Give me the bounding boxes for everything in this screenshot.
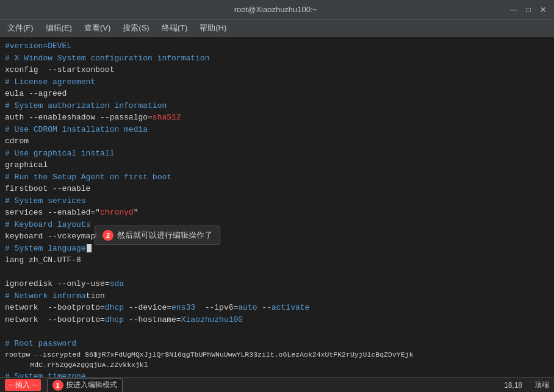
line-23: network --bootproto=dhcp --device=ens33 …: [5, 302, 549, 314]
line-16: # Keyboard layouts: [5, 219, 549, 231]
line-15: services --enabled="chronyd": [5, 207, 549, 219]
line-11: graphical: [5, 159, 549, 171]
scroll-position: 顶端: [534, 380, 549, 390]
hint-1-container: 1 按进入编辑模式: [47, 378, 123, 393]
status-right: 18,18 顶端: [504, 380, 549, 390]
menu-help[interactable]: 帮助(H): [195, 21, 231, 35]
line-28: # System timezone: [5, 371, 549, 378]
line-18: # System language: [5, 243, 549, 255]
line-20: [5, 266, 549, 279]
line-12: # Run the Setup Agent on first boot: [5, 171, 549, 184]
line-17: keyboard --vckeymap=cn --xlayouts='cn': [5, 230, 549, 243]
line-21: ignoredisk --only-use=sda: [5, 278, 549, 290]
minimize-button[interactable]: —: [509, 5, 519, 15]
title-bar: root@Xiaozhuzhu100:~ — □ ✕: [0, 0, 554, 20]
line-8: # Use CDROM installation media: [5, 124, 549, 136]
insert-mode-badge: -- 插入 --: [5, 379, 41, 391]
close-button[interactable]: ✕: [538, 5, 548, 15]
terminal-area[interactable]: #version=DEVEL # X Window System configu…: [0, 37, 554, 392]
maximize-button[interactable]: □: [523, 5, 533, 15]
line-24: network --bootproto=dhcp --hostname=Xiao…: [5, 314, 549, 326]
window-title: root@Xiaozhuzhu100:~: [43, 5, 509, 14]
code-content: #version=DEVEL # X Window System configu…: [0, 37, 554, 377]
menu-edit[interactable]: 编辑(E): [41, 21, 77, 35]
menu-search[interactable]: 搜索(S): [118, 21, 154, 35]
status-left: -- 插入 -- 1 按进入编辑模式: [5, 378, 123, 393]
line-14: # System services: [5, 195, 549, 207]
line-5: eula --agreed: [5, 88, 549, 100]
status-bar: -- 插入 -- 1 按进入编辑模式 18,18 顶端: [0, 377, 554, 392]
window-controls: — □ ✕: [509, 5, 548, 15]
hint-text-1: 按进入编辑模式: [66, 380, 117, 390]
line-7: auth --enableshadow --passalgo=sha512: [5, 112, 549, 124]
line-2: # X Window System configuration informat…: [5, 52, 549, 65]
line-9: cdrom: [5, 135, 549, 148]
hint-number-1: 1: [52, 380, 63, 391]
menu-file[interactable]: 文件(F): [2, 21, 38, 35]
line-22: # Network information: [5, 290, 549, 302]
line-4: # License agreement: [5, 76, 549, 88]
menu-view[interactable]: 查看(V): [79, 21, 115, 35]
line-10: # Use graphical install: [5, 148, 549, 160]
menu-terminal[interactable]: 终端(T): [157, 21, 193, 35]
line-3: xconfig --startxonboot: [5, 64, 549, 76]
menu-bar: 文件(F) 编辑(E) 查看(V) 搜索(S) 终端(T) 帮助(H): [0, 20, 554, 37]
line-25: [5, 326, 549, 338]
line-26: # Root password: [5, 338, 549, 350]
cursor-position: 18,18: [504, 381, 522, 390]
line-19: lang zh_CN.UTF-8: [5, 254, 549, 266]
line-1: #version=DEVEL: [5, 40, 549, 52]
line-6: # System authorization information: [5, 100, 549, 112]
line-27: rootpw --iscrypted $6$jR7xFdUgMQxJjlQr$N…: [5, 349, 549, 371]
line-13: firstboot --enable: [5, 183, 549, 195]
